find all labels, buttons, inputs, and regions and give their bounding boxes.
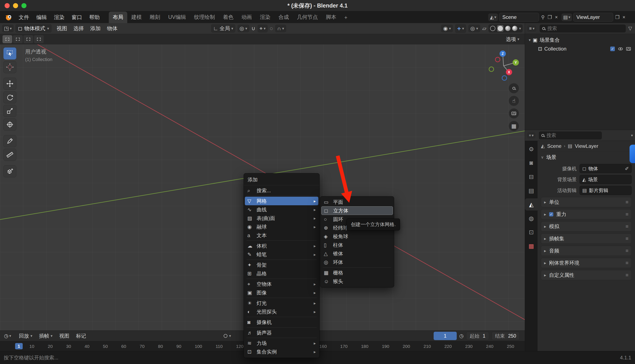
axis-negative-z-handle[interactable] [502,76,507,80]
unlink-scene-button[interactable]: × [554,14,559,20]
transform-tool-button[interactable] [3,118,16,131]
pivot-dropdown[interactable]: ◎▾ [238,24,250,32]
viewport-menu-item[interactable]: 视图 [53,24,70,33]
breadcrumb-viewlayer[interactable]: ViewLayer [575,143,598,149]
viewlayer-tab-icon[interactable]: ▤ [525,184,538,197]
add-menu-item[interactable]: ▣ 图像 ▸ [245,288,318,297]
new-viewlayer-button[interactable]: ❐ [614,14,620,20]
zoom-view-button[interactable] [509,83,519,93]
drag-handle-icon[interactable]: ≡ [625,224,628,230]
filter-icon[interactable]: ▽ [627,26,633,31]
cursor-tool-button[interactable] [3,61,16,73]
mesh-submenu-item[interactable]: ▯ 柱体 [321,241,393,249]
playback-menu[interactable]: 回放▾ [16,332,35,340]
property-section-header[interactable]: ▸ 重力 ≡ [541,209,632,219]
properties-editor-type-button[interactable]: ≡▾ [527,132,535,138]
add-menu-item[interactable]: ▽ 网格 ▸ [245,197,318,205]
workspace-tab[interactable]: + [340,12,351,23]
workspace-tab[interactable]: 几何节点 [293,12,322,23]
camera-view-button[interactable] [509,108,519,118]
drag-handle-icon[interactable]: ≡ [625,236,628,242]
falloff-dropdown[interactable]: ∩▾ [275,24,286,32]
add-menu-item[interactable]: a 文本 ▸ [245,231,318,240]
remove-viewlayer-button[interactable]: × [622,14,626,20]
drag-handle-icon[interactable]: ≡ [625,211,628,217]
mode-dropdown[interactable]: ◻物体模式▾ [15,24,52,33]
outliner-editor-type-button[interactable]: ≣▾ [527,25,536,32]
pan-view-button[interactable]: ☝ [509,96,519,106]
axis-negative-y-handle[interactable] [489,67,494,72]
add-menu-item[interactable]: ▨ 表(曲)面 ▸ [245,214,318,222]
solid-shading-button[interactable] [497,25,504,32]
rotate-tool-button[interactable] [3,91,16,103]
material-preview-button[interactable] [505,26,510,31]
new-scene-button[interactable]: ❐ [547,14,553,20]
gizmo-dropdown[interactable]: +▾ [455,24,466,33]
collection-tab-icon[interactable]: ⊡ [525,226,538,238]
timeline-editor-type-button[interactable]: ◷▾ [2,332,13,340]
add-menu-item[interactable]: ≋ 力场 ▸ [245,339,318,348]
add-menu-item[interactable]: ∿ 曲线 ▸ [245,205,318,214]
mesh-submenu-item[interactable]: ◈ 棱角球 [321,232,393,241]
auto-keying-toggle[interactable] [224,334,228,338]
wireframe-shading-button[interactable] [490,26,495,31]
proportional-editing-toggle[interactable]: ◌ [270,25,273,32]
add-menu-item[interactable]: ✦ 骨架 ▸ [245,261,318,269]
pin-scene-icon[interactable]: ⚲ [540,14,546,20]
select-subtract-mode-button[interactable] [24,35,33,43]
workspace-tab[interactable]: 布局 [109,12,127,23]
viewport-menu-item[interactable]: 添加 [87,24,104,33]
mesh-submenu-item[interactable]: ◎ 环体 [321,258,393,266]
workspace-tab[interactable]: 着色 [219,12,238,23]
eyedropper-icon[interactable]: ✐ [625,166,629,172]
workspace-tab[interactable]: UV编辑 [164,12,190,23]
frame-start-field[interactable]: 起始1 [466,332,489,340]
menubar-item[interactable]: 文件 [15,12,33,22]
property-section-header[interactable]: ▸ 刚体世界环境 ≡ [541,258,632,268]
editor-type-button[interactable]: ◳▾ [2,24,14,32]
properties-search[interactable] [539,132,602,140]
outliner-search-input[interactable] [547,26,623,31]
drag-handle-icon[interactable]: ≡ [625,272,628,278]
menubar-item[interactable]: 编辑 [33,12,50,22]
scene-collection-row[interactable]: ▾ ▣ 场景集合 [526,36,634,44]
drag-handle-icon[interactable]: ≡ [625,248,628,254]
current-frame-field[interactable]: 1 [434,332,457,340]
disable-in-renders-icon[interactable] [626,47,631,50]
select-set-mode-button[interactable] [3,35,12,43]
add-menu-item[interactable]: ⊞ 晶格 ▸ [245,269,318,278]
select-extend-mode-button[interactable] [13,35,23,43]
chevron-down-icon[interactable]: ▾ [229,334,231,338]
view-menu[interactable]: 视图 [57,332,72,340]
dock-app-icon[interactable] [629,145,635,163]
add-menu-item[interactable]: ⌖ 空物体 ▸ [245,280,318,288]
select-intersect-mode-button[interactable] [34,35,44,43]
viewport-menu-item[interactable]: 选择 [70,24,87,33]
property-field[interactable]: ◭ 场景 ✐ [580,175,632,184]
add-menu-item[interactable]: ☀ 灯光 ▸ [245,299,318,308]
world-tab-icon[interactable]: ◍ [525,212,538,224]
keying-menu[interactable]: 插帧▾ [37,332,55,340]
scale-tool-button[interactable] [3,105,16,117]
render-tab-icon[interactable]: ◙ [525,157,538,169]
exclude-checkbox[interactable] [610,46,615,51]
add-menu-item[interactable]: ◐ 光照探头 ▸ [245,308,318,316]
workspace-tab[interactable]: 脚本 [322,12,340,23]
viewlayer-name-field[interactable]: ViewLayer [573,13,613,22]
mesh-submenu-item[interactable]: ▦ 栅格 [321,268,393,277]
add-menu-item[interactable]: ♬ 扬声器 ▸ [245,328,318,337]
snap-toggle[interactable]: ∪ [251,25,255,32]
workspace-tab[interactable]: 纹理绘制 [190,12,219,23]
expand-icon[interactable]: ▾ [529,38,531,42]
add-menu-item[interactable]: ◙ 摄像机 ▸ [245,318,318,326]
move-tool-button[interactable] [3,78,16,90]
tool-tab-icon[interactable]: ⚙ [525,143,538,155]
properties-search-input[interactable] [546,132,599,138]
workspace-tab[interactable]: 合成 [275,12,293,23]
collection-row[interactable]: ⊡ Collection [526,44,634,53]
select-box-tool-button[interactable] [3,48,16,60]
rendered-shading-button[interactable] [512,26,517,31]
options-dropdown[interactable]: 选项▾ [506,36,522,42]
overlays-dropdown[interactable]: ◎▾ [468,24,480,32]
add-menu-item[interactable]: ⌕ 搜索... ▸ [245,186,318,195]
